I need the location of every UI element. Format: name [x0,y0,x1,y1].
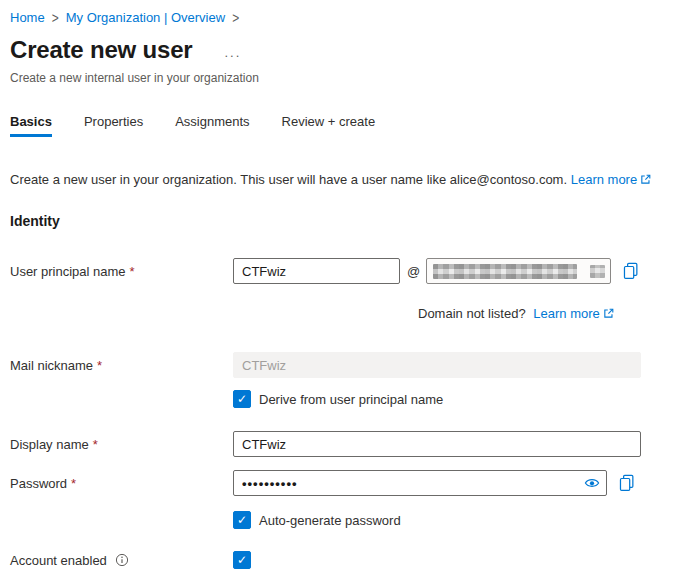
intro-sentence: Create a new user in your organization. … [10,172,567,187]
domain-dropdown[interactable] [426,258,611,284]
required-asterisk: * [130,264,135,279]
display-name-label: Display name* [10,437,233,452]
reveal-password-eye-icon[interactable] [584,477,600,489]
info-icon[interactable] [115,553,129,567]
redacted-domain-text [433,264,577,279]
derive-checkbox-row: ✓ Derive from user principal name [10,390,665,408]
domain-hint: Domain not listed? Learn more [418,306,614,322]
breadcrumb-org-overview-link[interactable]: My Organization | Overview [66,10,225,25]
external-link-icon [640,173,651,188]
breadcrumb: Home > My Organization | Overview > [10,10,665,25]
auto-generate-password-checkbox[interactable]: ✓ [233,511,251,529]
field-row-mail-nickname: Mail nickname* CTFwiz [10,352,665,378]
more-options-button[interactable]: ... [224,48,241,58]
mail-nickname-label: Mail nickname* [10,358,233,373]
breadcrumb-chevron-icon: > [52,9,59,25]
header: Create new user ... [10,36,665,64]
tab-assignments[interactable]: Assignments [175,114,249,141]
create-new-user-page: Home > My Organization | Overview > Crea… [0,0,675,569]
field-row-user-principal-name: User principal name* @ [10,258,665,284]
page-subtitle: Create a new internal user in your organ… [10,71,665,85]
required-asterisk: * [97,358,102,373]
password-input-wrapper [233,470,607,496]
copy-upn-button[interactable] [622,261,640,281]
tab-review-create[interactable]: Review + create [282,114,376,141]
required-asterisk: * [93,437,98,452]
field-row-password: Password* [10,470,665,496]
checkmark-icon: ✓ [237,514,247,526]
upn-label: User principal name* [10,264,233,279]
derive-from-upn-checkbox[interactable]: ✓ [233,390,251,408]
domain-learn-more-link[interactable]: Learn more [533,306,613,321]
intro-text: Create a new user in your organization. … [10,172,665,188]
tab-properties[interactable]: Properties [84,114,143,141]
autogen-checkbox-row: ✓ Auto-generate password [10,511,665,529]
page-title: Create new user [10,36,192,64]
chevron-down-icon [590,265,605,278]
breadcrumb-home-link[interactable]: Home [10,10,45,25]
tab-basics[interactable]: Basics [10,114,52,141]
domain-hint-row: Domain not listed? Learn more [10,306,665,322]
derive-checkbox-label: Derive from user principal name [259,392,443,407]
required-asterisk: * [71,476,76,491]
identity-section-title: Identity [10,213,665,229]
account-enabled-checkbox[interactable]: ✓ [233,551,251,569]
password-label: Password* [10,476,233,491]
account-enabled-label: Account enabled [10,553,233,568]
breadcrumb-chevron-icon: > [232,9,239,25]
wizard-tabs: Basics Properties Assignments Review + c… [10,114,665,141]
upn-input[interactable] [233,258,400,284]
autogen-checkbox-label: Auto-generate password [259,513,401,528]
checkmark-icon: ✓ [237,393,247,405]
field-row-account-enabled: Account enabled ✓ [10,551,665,569]
password-input[interactable] [233,470,607,496]
display-name-input[interactable] [233,431,641,457]
domain-hint-text: Domain not listed? [418,306,526,321]
checkmark-icon: ✓ [237,554,247,566]
external-link-icon [603,307,614,322]
field-row-display-name: Display name* [10,431,665,457]
mail-nickname-input: CTFwiz [233,352,641,378]
intro-learn-more-link[interactable]: Learn more [571,172,651,187]
at-symbol: @ [407,264,420,279]
copy-password-button[interactable] [618,473,636,493]
